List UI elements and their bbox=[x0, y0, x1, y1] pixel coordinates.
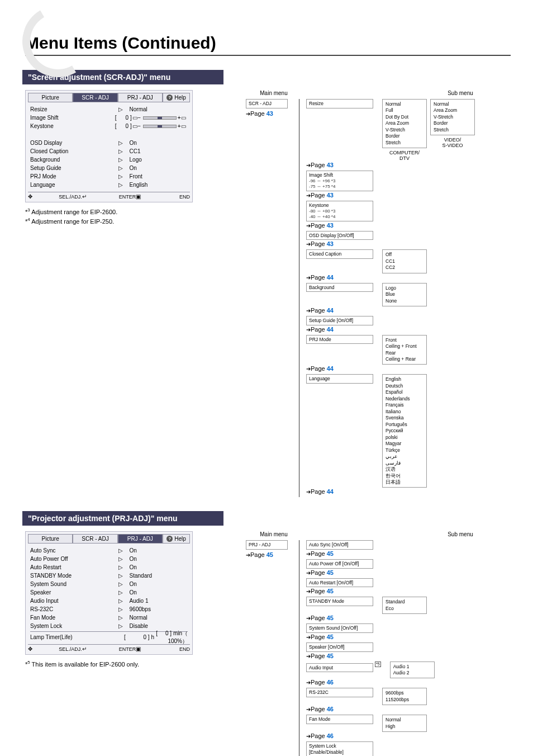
tree-item: System Sound [On/Off] bbox=[306, 623, 373, 633]
menu-row[interactable]: Audio Input▷Audio 1 bbox=[30, 597, 188, 605]
page-link[interactable]: 44 bbox=[327, 274, 334, 281]
tree-item: STANDBY Mode bbox=[306, 597, 373, 606]
tree-item: OSD Display [On/Off] bbox=[306, 231, 373, 240]
tree-item: Resize bbox=[306, 99, 373, 108]
prj-adj-menu-box: PictureSCR - ADJPRJ - ADJ? Help Auto Syn… bbox=[25, 531, 193, 655]
tree-item: Language bbox=[306, 374, 373, 384]
sub-menu-header: Sub menu bbox=[410, 90, 511, 96]
tree-item: Auto Power Off [On/Off] bbox=[306, 559, 373, 569]
page-link[interactable]: 44 bbox=[327, 307, 334, 314]
page-link[interactable]: 43 bbox=[327, 192, 334, 199]
sub-caption: COMPUTER/DTV bbox=[382, 150, 427, 161]
tree-item: Background bbox=[306, 283, 373, 292]
footnote: *4 Adjustment range for EIP-250. bbox=[25, 216, 229, 226]
footer-hint: ↵ ENTER bbox=[82, 646, 136, 652]
footer-hint: ▣ END bbox=[136, 193, 190, 200]
menu-row[interactable]: Fan Mode▷Normal bbox=[30, 613, 188, 622]
sub-caption: VIDEO/S-VIDEO bbox=[430, 137, 475, 148]
page-link[interactable]: 45 bbox=[327, 615, 334, 621]
page-link[interactable]: 45 bbox=[327, 653, 334, 659]
footnote-marker: *5 bbox=[375, 662, 381, 667]
menu-row[interactable]: System Sound▷On bbox=[30, 580, 188, 588]
menu-row[interactable]: Image Shift[0 ]▭−+▭ bbox=[30, 114, 188, 122]
footnote: *5 This item is available for EIP-2600 o… bbox=[25, 659, 229, 669]
page-link[interactable]: 45 bbox=[327, 634, 334, 640]
footer-hint: ↵ ENTER bbox=[82, 193, 136, 200]
main-menu-header: Main menu bbox=[246, 90, 302, 96]
menu-row[interactable]: Auto Restart▷On bbox=[30, 563, 188, 571]
page-link[interactable]: 46 bbox=[327, 679, 334, 686]
footer-hint: ✥ SEL./ADJ. bbox=[28, 193, 82, 200]
tree-item: Image Shift-96 ↔ +96 *3-75 ↔ +75 *4 bbox=[306, 171, 373, 191]
page-link[interactable]: 44 bbox=[327, 365, 334, 372]
tree-item: RS-232C bbox=[306, 688, 373, 697]
lamp-timer-row: Lamp Timer(Life)[0 ] h[ 0 ] min（ 100%） bbox=[30, 633, 188, 641]
menu-row[interactable]: Background▷Logo bbox=[30, 155, 188, 164]
footer-hint: ▣ END bbox=[136, 646, 190, 652]
menu-tab[interactable]: SCR - ADJ bbox=[73, 534, 117, 544]
main-node-scr-adj: SCR - ADJ bbox=[246, 99, 288, 108]
footnote: *3 Adjustment range for EIP-2600. bbox=[25, 207, 229, 216]
page-link[interactable]: 44 bbox=[327, 488, 334, 495]
menu-tab[interactable]: Picture bbox=[28, 93, 73, 102]
tree-item: Closed Caption bbox=[306, 249, 373, 259]
menu-tab[interactable]: Picture bbox=[28, 534, 73, 544]
menu-row[interactable]: OSD Display▷On bbox=[30, 139, 188, 147]
sub-menu-header: Sub menu bbox=[410, 531, 511, 537]
page-link[interactable]: 43 bbox=[327, 240, 334, 247]
menu-row[interactable]: Resize▷Normal bbox=[30, 105, 188, 114]
page-link[interactable]: 45 bbox=[327, 588, 334, 594]
tree-sub-item: EnglishDeutschEspañolNederlandsFrançaisI… bbox=[382, 374, 427, 488]
footer-hint: ✥ SEL./ADJ. bbox=[28, 646, 82, 652]
tree-item: Speaker [On/Off] bbox=[306, 642, 373, 652]
menu-row[interactable]: Closed Caption▷CC1 bbox=[30, 147, 188, 155]
tree-item: Fan Mode bbox=[306, 715, 373, 724]
menu-row[interactable]: RS-232C▷9600bps bbox=[30, 605, 188, 613]
tree-item: Keystone-80 ↔ +80 *3-40 ↔ +40 *4 bbox=[306, 201, 373, 221]
tree-sub-item: FrontCeiling + FrontRearCeiling + Rear bbox=[382, 335, 427, 365]
page-link[interactable]: 45 bbox=[327, 550, 334, 557]
menu-tab[interactable]: ? Help bbox=[163, 534, 190, 544]
page-link[interactable]: 43 bbox=[266, 110, 273, 117]
tree-sub-item: Audio 1Audio 2 bbox=[390, 662, 435, 679]
menu-tab[interactable]: ? Help bbox=[163, 93, 190, 102]
tree-sub-item: NormalArea ZoomV-StretchBorderStretch bbox=[430, 99, 475, 135]
menu-row[interactable]: Speaker▷On bbox=[30, 588, 188, 597]
page-link[interactable]: 46 bbox=[327, 733, 334, 739]
menu-row[interactable]: Language▷English bbox=[30, 181, 188, 189]
menu-row[interactable]: Keystone[0 ]▭−+▭ bbox=[30, 122, 188, 130]
page-link[interactable]: 46 bbox=[327, 706, 334, 712]
menu-tab[interactable]: PRJ - ADJ bbox=[118, 93, 163, 102]
tree-item: Setup Guide [On/Off] bbox=[306, 316, 373, 325]
tree-sub-item: StandardEco bbox=[382, 597, 427, 614]
tree-item: Auto Restart [On/Off] bbox=[306, 578, 373, 588]
main-node-prj-adj: PRJ - ADJ bbox=[246, 540, 288, 550]
tree-sub-item: LogoBlueNone bbox=[382, 283, 427, 306]
menu-row[interactable]: Auto Power Off▷On bbox=[30, 555, 188, 563]
page-link[interactable]: 44 bbox=[327, 326, 334, 333]
menu-row[interactable] bbox=[30, 130, 188, 139]
page-link[interactable]: 43 bbox=[327, 222, 334, 229]
section2-header: "Projector adjustment (PRJ-ADJ)" menu bbox=[22, 511, 223, 526]
page-link[interactable]: 43 bbox=[327, 162, 334, 168]
tree-sub-item: OffCC1CC2 bbox=[382, 249, 427, 273]
tree-item: Auto Sync [On/Off] bbox=[306, 540, 373, 550]
page-link[interactable]: 45 bbox=[266, 551, 273, 558]
scr-adj-menu-box: PictureSCR - ADJPRJ - ADJ? Help Resize▷N… bbox=[25, 90, 193, 202]
menu-row[interactable]: STANDBY Mode▷Standard bbox=[30, 571, 188, 580]
menu-row[interactable]: Setup Guide▷On bbox=[30, 164, 188, 172]
tree-sub-item: 9600bps115200bps bbox=[382, 688, 427, 705]
tree-sub-item: NormalFullDot By DotArea ZoomV-StretchBo… bbox=[382, 99, 427, 148]
menu-tab[interactable]: PRJ - ADJ bbox=[118, 534, 163, 544]
tree-item: System Lock[Enable/Disable] bbox=[306, 741, 373, 756]
menu-row[interactable]: PRJ Mode▷Front bbox=[30, 172, 188, 181]
menu-tab[interactable]: SCR - ADJ bbox=[73, 93, 117, 102]
main-menu-header: Main menu bbox=[246, 531, 302, 537]
tree-item: PRJ Mode bbox=[306, 335, 373, 344]
page-link[interactable]: 45 bbox=[327, 569, 334, 576]
tree-sub-item: NormalHigh bbox=[382, 715, 427, 732]
menu-row[interactable]: Auto Sync▷On bbox=[30, 546, 188, 555]
tree-item: Audio Input bbox=[306, 663, 373, 673]
